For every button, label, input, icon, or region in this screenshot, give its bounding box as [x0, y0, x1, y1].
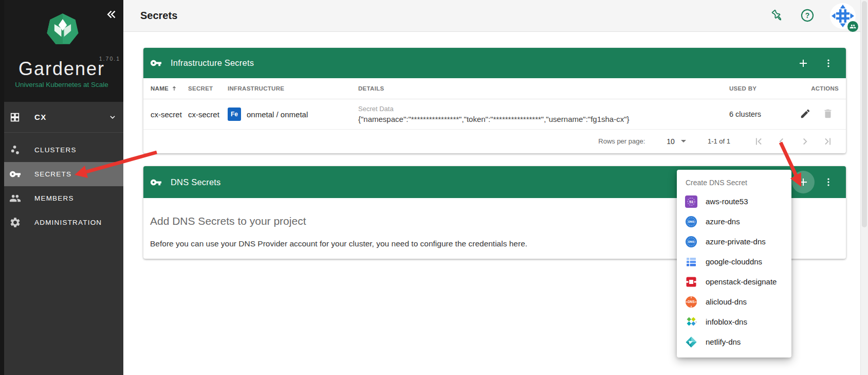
topbar: Secrets ?	[123, 0, 860, 32]
column-infrastructure[interactable]: INFRASTRUCTURE	[228, 85, 358, 92]
double-chevron-left-icon	[104, 7, 118, 22]
column-secret[interactable]: SECRET	[188, 85, 228, 92]
infrastructure-cell: Fe onmetal / onmetal	[228, 108, 358, 121]
menu-item-label: netlify-dns	[706, 337, 741, 346]
brand-title: Gardener	[0, 58, 123, 80]
secret-data-value: {"namespace":"****************","token":…	[358, 115, 729, 123]
sidebar-item-label: MEMBERS	[34, 194, 74, 202]
dns-secrets-menu-button[interactable]	[818, 172, 839, 192]
gardener-dashboard: 1.70.1 Gardener Universal Kubernetes at …	[0, 0, 868, 375]
azure-dns-icon: DNS	[685, 216, 697, 228]
secret-data-label: Secret Data	[358, 105, 729, 113]
chevron-right-icon	[799, 136, 810, 147]
add-dns-secret-button[interactable]	[793, 172, 814, 192]
members-icon	[9, 192, 21, 204]
menu-item-infoblox-dns[interactable]: infoblox-dns	[677, 312, 791, 332]
column-used-by[interactable]: USED BY	[729, 85, 799, 92]
page-title: Secrets	[140, 0, 177, 31]
chevron-left-icon	[776, 136, 787, 147]
rows-per-page-select[interactable]: 10	[667, 137, 686, 146]
sidebar-collapse-button[interactable]	[104, 7, 118, 22]
menu-item-label: alicloud-dns	[706, 297, 747, 306]
rows-per-page-value: 10	[667, 137, 675, 146]
menu-item-label: openstack-designate	[706, 277, 777, 286]
pin-icon	[770, 8, 784, 23]
svg-text:DNS: DNS	[688, 220, 694, 223]
onmetal-provider-icon: Fe	[228, 108, 241, 121]
key-icon	[150, 176, 162, 188]
add-infrastructure-secret-button[interactable]	[793, 53, 814, 74]
sidebar-item-members[interactable]: MEMBERS	[0, 186, 123, 210]
create-dns-secret-menu: Create DNS Secret 53 aws-route53 DNS azu…	[677, 170, 791, 358]
account-badge	[847, 21, 858, 32]
column-label: NAME	[151, 85, 169, 92]
menu-item-label: azure-private-dns	[706, 237, 766, 246]
caret-down-icon	[681, 140, 686, 142]
gear-icon	[9, 217, 21, 228]
help-button[interactable]: ?	[800, 8, 815, 23]
menu-item-azure-private-dns[interactable]: DNS azure-private-dns	[677, 231, 791, 252]
sidebar-item-label: SECRETS	[34, 170, 71, 178]
project-selector[interactable]: CX	[0, 102, 123, 133]
menu-item-google-clouddns[interactable]: google-clouddns	[677, 252, 791, 272]
sidebar-item-label: ADMINISTRATION	[34, 219, 102, 226]
menu-item-aws-route53[interactable]: 53 aws-route53	[677, 191, 791, 211]
svg-text:DNS: DNS	[688, 240, 694, 243]
svg-text:?: ?	[805, 11, 810, 20]
pin-button[interactable]	[770, 8, 784, 23]
pagination-range: 1-1 of 1	[708, 137, 730, 145]
infrastructure-label: onmetal / onmetal	[247, 110, 308, 119]
rows-per-page-label: Rows per page:	[598, 137, 645, 145]
help-icon: ?	[800, 8, 815, 23]
secret-name: cx-secret	[151, 110, 188, 119]
sidebar-item-label: CLUSTERS	[34, 146, 77, 154]
previous-page-button[interactable]	[776, 136, 787, 147]
last-page-button[interactable]	[822, 136, 834, 147]
first-page-button[interactable]	[753, 136, 764, 147]
kebab-menu-icon	[823, 177, 834, 187]
column-actions: ACTIONS	[799, 85, 839, 92]
secret-ref: cx-secret	[188, 110, 228, 119]
menu-item-label: infoblox-dns	[706, 317, 747, 326]
plus-icon	[797, 57, 809, 69]
edit-secret-button[interactable]	[799, 108, 811, 120]
aws-route53-icon: 53	[685, 195, 697, 208]
menu-item-netlify-dns[interactable]: netlify-dns	[677, 332, 791, 352]
menu-item-openstack-designate[interactable]: openstack-designate	[677, 272, 791, 292]
project-name: CX	[34, 113, 47, 121]
menu-item-azure-dns[interactable]: DNS azure-dns	[677, 211, 791, 231]
sidebar-item-secrets[interactable]: SECRETS	[0, 162, 123, 186]
column-details[interactable]: DETAILS	[358, 85, 729, 92]
menu-title: Create DNS Secret	[677, 170, 791, 187]
column-name[interactable]: NAME	[151, 85, 188, 92]
infrastructure-secrets-menu-button[interactable]	[818, 53, 839, 74]
svg-text:53: 53	[689, 200, 693, 203]
sidebar-item-administration[interactable]: ADMINISTRATION	[0, 210, 123, 235]
brand-tagline: Universal Kubernetes at Scale	[0, 81, 123, 88]
netlify-dns-icon	[685, 336, 697, 348]
google-clouddns-icon	[685, 256, 697, 268]
svg-text:DNS: DNS	[688, 300, 695, 303]
window-edge	[0, 0, 4, 375]
key-icon	[9, 168, 21, 180]
panel-title: Infrastructure Secrets	[171, 58, 254, 68]
details-cell: Secret Data {"namespace":"**************…	[358, 105, 729, 123]
scrollbar-thumb[interactable]	[862, 1, 867, 227]
plus-icon	[797, 176, 809, 188]
menu-list: 53 aws-route53 DNS azure-dns DNS azur	[677, 191, 791, 352]
next-page-button[interactable]	[799, 136, 810, 147]
menu-item-alicloud-dns[interactable]: DNS alicloud-dns	[677, 292, 791, 312]
sidebar-nav: CLUSTERS SECRETS MEMBERS ADMINISTRATION	[0, 138, 123, 235]
group-icon	[849, 23, 856, 30]
clusters-icon	[9, 144, 21, 156]
first-page-icon	[753, 136, 764, 147]
pencil-icon	[800, 108, 811, 119]
used-by-cell: 6 clusters	[729, 110, 799, 118]
alicloud-dns-icon: DNS	[685, 296, 697, 308]
project-grid-icon	[9, 112, 21, 123]
sidebar-item-clusters[interactable]: CLUSTERS	[0, 138, 123, 162]
delete-secret-button[interactable]	[822, 108, 834, 120]
openstack-designate-icon	[685, 276, 697, 288]
sort-ascending-icon	[171, 85, 178, 92]
table-header-row: NAME SECRET INFRASTRUCTURE DETAILS USED …	[143, 78, 846, 99]
